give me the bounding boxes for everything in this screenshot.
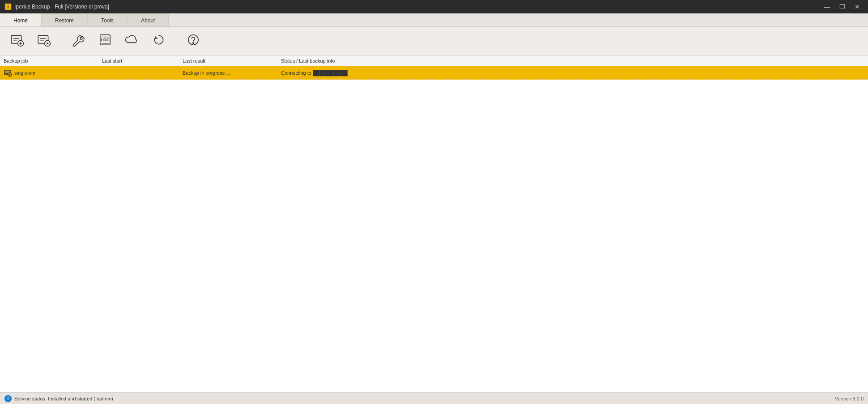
log-viewer-button[interactable]: LOG [93, 29, 118, 53]
table-header: Backup job Last start Last result Status… [0, 55, 868, 66]
svg-point-12 [193, 43, 194, 43]
table-row[interactable]: single-vm Backup in progress ... Connect… [0, 66, 868, 80]
close-button[interactable]: ✕ [851, 2, 864, 12]
log-icon: LOG [98, 33, 112, 49]
tab-tools[interactable]: Tools [88, 13, 128, 26]
new-backup-icon [10, 33, 24, 49]
cloud-button[interactable] [119, 29, 145, 53]
status-cell: Connecting to ██████████ [279, 70, 866, 76]
edit-button[interactable] [66, 29, 91, 53]
update-icon [152, 33, 166, 49]
tab-bar: Home Restore Tools About [0, 13, 868, 27]
update-button[interactable] [146, 29, 171, 53]
service-status: Service status: Installed and started (.… [14, 396, 113, 401]
tab-home[interactable]: Home [0, 13, 42, 26]
app-icon: I [4, 3, 12, 10]
minimize-button[interactable]: — [821, 2, 833, 12]
last-result-cell: Backup in progress ... [181, 70, 279, 76]
run-backup-button[interactable] [31, 29, 56, 53]
help-button[interactable] [181, 29, 206, 53]
help-icon [186, 33, 200, 49]
col-status: Status / Last backup info [279, 58, 866, 64]
run-backup-icon [37, 33, 51, 49]
cloud-icon [125, 33, 139, 49]
col-last-result: Last result [181, 58, 279, 64]
svg-point-7 [80, 37, 82, 39]
separator-2 [176, 31, 176, 51]
status-bar: i Service status: Installed and started … [0, 392, 868, 404]
svg-marker-10 [155, 36, 157, 38]
window-controls: — ❐ ✕ [821, 2, 864, 12]
col-last-start: Last start [100, 58, 181, 64]
wrench-icon [71, 33, 85, 49]
title-bar: I Iperius Backup - Full [Versione di pro… [0, 0, 868, 13]
tab-restore[interactable]: Restore [42, 13, 88, 26]
title-bar-text: Iperius Backup - Full [Versione di prova… [14, 4, 821, 10]
maximize-button[interactable]: ❐ [836, 2, 848, 12]
version-text: Version 8.2.0 [835, 396, 864, 401]
job-name: single-vm [14, 70, 35, 76]
separator-1 [61, 31, 61, 51]
table-body: single-vm Backup in progress ... Connect… [0, 66, 868, 80]
job-name-cell: single-vm [2, 68, 100, 77]
tab-about[interactable]: About [128, 13, 169, 26]
job-icon [4, 68, 13, 77]
col-backup-job: Backup job [2, 58, 100, 64]
svg-text:I: I [8, 4, 9, 9]
new-backup-button[interactable] [4, 29, 30, 53]
backup-jobs-table: Backup job Last start Last result Status… [0, 55, 868, 392]
svg-text:LOG: LOG [101, 38, 109, 42]
toolbar: LOG [0, 27, 868, 55]
status-left: i Service status: Installed and started … [4, 395, 113, 402]
status-icon: i [4, 395, 12, 402]
